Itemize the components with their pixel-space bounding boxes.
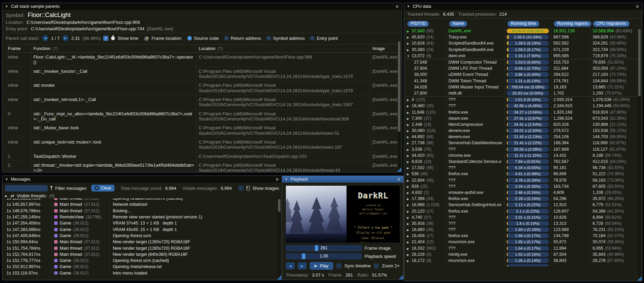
message-row[interactable]: 1s 152,764,817nsMain thread(37,812)New r… bbox=[2, 251, 277, 257]
cpu-process-row[interactable]: ▶37,840(55)DarkRL.exe33:30.8 (208.96%)16… bbox=[404, 28, 637, 34]
resize-grip[interactable] bbox=[399, 275, 403, 279]
close-icon[interactable]: ✕ bbox=[395, 4, 399, 9]
expand-icon[interactable]: ▶ bbox=[407, 172, 410, 176]
message-row[interactable]: 1s 150,994,64nsMain thread(37,812)New re… bbox=[2, 239, 277, 245]
scrollbar-thumb[interactable] bbox=[278, 199, 280, 212]
column-header-frame[interactable]: Frame bbox=[6, 45, 31, 53]
expand-icon[interactable]: ▶ bbox=[407, 234, 410, 238]
collapse-icon[interactable]: ▼ bbox=[285, 178, 288, 181]
callstack-frame-row[interactable]: inlinestd::_Mutex_base::lockC:\Program F… bbox=[6, 123, 402, 138]
cpu-process-row[interactable]: ▶8,628(18)StandardCollector.Service.e7.8… bbox=[404, 159, 637, 165]
expand-icon[interactable]: ▶ bbox=[407, 179, 410, 182]
column-header-running-time[interactable]: Running time bbox=[507, 21, 539, 27]
next-parent-button[interactable]: ▶ bbox=[62, 35, 68, 41]
expand-icon[interactable]: ▶ bbox=[407, 142, 410, 145]
expand-icon[interactable]: ▶ bbox=[407, 197, 410, 201]
expand-icon[interactable]: ▶ bbox=[407, 36, 410, 39]
message-row[interactable]: 1s 151,754,784nsMain thread(37,812)New r… bbox=[2, 245, 277, 251]
cpu-process-row[interactable]: ▶22,804(45)???3.78 s (0.39%)79,57858,163… bbox=[404, 177, 637, 183]
cpu-thread-row[interactable]: 34,028DWM Master Input Thread799.64 ms (… bbox=[404, 84, 637, 90]
show-images-checkbox[interactable] bbox=[239, 186, 244, 191]
callstack-frame-row[interactable]: 0std::_Func_impl_no_alloc<<lambda_5bc224… bbox=[6, 109, 402, 123]
collapse-icon[interactable]: ▼ bbox=[5, 178, 8, 181]
expand-icon[interactable]: ▶ bbox=[407, 148, 410, 151]
clear-filter-button[interactable]: ✕ Clear bbox=[91, 185, 114, 192]
scrollbar-thumb[interactable] bbox=[638, 29, 641, 96]
cpu-process-row[interactable] bbox=[404, 264, 637, 266]
message-row[interactable]: 1s 147,354,456nsGame(36,912)VRAM 37x45: … bbox=[2, 220, 277, 226]
cpu-process-row[interactable]: ▶4,632(2)vmware-authd.exe2.46 s (0.26%)4… bbox=[404, 189, 637, 196]
radio-symbol-address[interactable]: Symbol address bbox=[266, 36, 305, 41]
cpu-thread-row[interactable]: 41,348DWM Token Thread1.21 s (0.13%)174,… bbox=[404, 78, 637, 84]
cpu-process-row[interactable]: ▶16,332(982)???1.64 s (0.17%)12,8946,955… bbox=[404, 245, 637, 251]
expand-icon[interactable]: ▶ bbox=[407, 111, 410, 114]
radio-entry-point[interactable]: Entry point bbox=[310, 36, 338, 41]
zoom-2x-checkbox[interactable] bbox=[374, 263, 379, 268]
column-header-running-regions[interactable]: Running regions bbox=[554, 21, 592, 27]
scrollbar-thumb[interactable] bbox=[398, 41, 400, 132]
cpu-process-row[interactable]: ▶34,420(65)chrome.exe11.11 s (1.15%)14,4… bbox=[404, 152, 637, 159]
cpu-process-row[interactable]: ▶44,692(84)devenv.exe21.43 s (2.23%)254,… bbox=[404, 134, 637, 140]
expand-icon[interactable]: ▶ bbox=[407, 222, 410, 226]
close-icon[interactable]: ✕ bbox=[635, 4, 639, 9]
cpu-process-row[interactable]: ▶18,408(17)firefox.exe1.66 s (0.17%)134,… bbox=[404, 233, 637, 239]
cpu-process-row[interactable]: ▶16,880(46)???1.69 s (0.18%)123,98878,23… bbox=[404, 227, 637, 233]
expand-icon[interactable]: ▶ bbox=[407, 160, 410, 164]
cpu-process-row[interactable]: ▶35,916(36)???1.8 s (0.19%)13,3136,728(5… bbox=[404, 220, 637, 227]
playback-speed-slider[interactable]: 1.00 bbox=[286, 253, 362, 260]
collapse-icon[interactable]: ▼ bbox=[407, 54, 410, 58]
collapse-icon[interactable]: ▼ bbox=[407, 5, 410, 8]
radio-return-address[interactable]: Return address bbox=[224, 36, 261, 41]
filter-input[interactable] bbox=[5, 185, 48, 192]
expand-icon[interactable]: ▶ bbox=[407, 228, 410, 232]
prev-parent-button[interactable]: ◀ bbox=[42, 35, 48, 41]
close-icon[interactable]: ✕ bbox=[275, 177, 279, 182]
collapse-icon[interactable]: ▼ bbox=[5, 5, 8, 8]
callstack-frame-row[interactable]: inlinestd::_Invoker_functor::_CallC:\Pro… bbox=[6, 67, 402, 81]
messages-scrollbar[interactable] bbox=[278, 198, 281, 277]
expand-icon[interactable]: ▶ bbox=[407, 104, 410, 108]
expand-icon[interactable]: ▶ bbox=[5, 194, 8, 198]
step-back-button[interactable]: ◀ bbox=[286, 262, 295, 269]
callstack-frame-row[interactable]: 1TaskDispatch::WorkerC:\Users\wolf\Deskt… bbox=[6, 152, 402, 161]
message-row[interactable]: 1s 147,400,846nsGame(36,912)Opening /for… bbox=[2, 233, 277, 239]
expand-icon[interactable]: ▶ bbox=[407, 129, 410, 133]
resize-grip[interactable] bbox=[277, 275, 281, 280]
callstack-frame-row[interactable]: 2std::thread::_Invoke<std::tuple<<lambda… bbox=[6, 161, 402, 172]
expand-icon[interactable]: ▶ bbox=[407, 154, 410, 157]
message-row[interactable]: 1s 152,776,777nsGame(36,912)Opening /for… bbox=[2, 257, 277, 264]
cpu-process-row[interactable]: ▶7,300(37)steam.exe27.61 s (2.87%)1,286,… bbox=[404, 115, 637, 121]
expand-icon[interactable]: ▶ bbox=[407, 185, 410, 188]
cpu-process-row[interactable]: ▶3,536(75)???20.05 s (2.08%)187,689116,1… bbox=[404, 146, 637, 152]
expand-icon[interactable]: ▶ bbox=[407, 42, 410, 45]
callstack-frame-row[interactable]: inlinestd::unique_lock<std::mutex>::lock… bbox=[6, 137, 402, 152]
message-row[interactable]: 1s 152,912,997nsGame(36,912)Opening /met… bbox=[2, 264, 277, 270]
message-row[interactable]: 1s 146,576,766nsMain thread(37,812)Booti… bbox=[2, 208, 277, 214]
expand-icon[interactable]: ▶ bbox=[407, 30, 410, 33]
message-row[interactable]: 1s 145,557,997nsMain thread(37,812)Netwo… bbox=[2, 201, 277, 207]
cpu-process-row[interactable]: ▶4,740(37)???2.01 s (0.21%)10,6266,994(6… bbox=[404, 214, 637, 220]
cpu-process-row[interactable]: ▶17,396(43)firefox.exe2.28 s (0.24%)54,2… bbox=[404, 196, 637, 202]
cpu-thread-row[interactable]: 38,000uDWM Event Thread3.86 s (0.40%)294… bbox=[404, 71, 637, 78]
expand-icon[interactable]: ▶ bbox=[407, 166, 410, 170]
cpu-process-row[interactable]: ▶45,620(24)Tracy.exe1:39.5 (10.34%)887,5… bbox=[404, 34, 637, 40]
sync-timeline-checkbox[interactable] bbox=[336, 263, 341, 268]
cpu-process-row[interactable]: ▶22,404(12)msvsmon.exe1.65 s (0.17%)50,6… bbox=[404, 239, 637, 245]
column-header-pid-tid[interactable]: PID/TID bbox=[407, 21, 429, 27]
cpu-process-row[interactable]: ▶2,448(18)MemCompression24.41 s (2.54%)6… bbox=[404, 121, 637, 128]
callstack-frame-row[interactable]: inlinestd::invokeC:\Program Files (x86)\… bbox=[6, 81, 402, 95]
expand-icon[interactable]: ▶ bbox=[407, 123, 410, 127]
radio-source-code[interactable]: Source code bbox=[187, 36, 219, 41]
expand-icon[interactable]: ▶ bbox=[407, 240, 410, 244]
expand-icon[interactable]: ▶ bbox=[407, 98, 410, 102]
cpu-process-row[interactable]: ▶20,120(17)firefox.exe2.1 s (0.22%)128,6… bbox=[404, 208, 637, 214]
cpu-process-row[interactable]: ▶28,228(5)mintty.exe1.52 s (0.16%)87,504… bbox=[404, 251, 637, 257]
cpu-process-row[interactable]: ▼13,072(6)dwm.exe1:16.1 (7.90%)955,58571… bbox=[404, 53, 637, 59]
cpu-process-row[interactable]: ▶30,380(24)ScriptedSandbox64.exe1:28.2 (… bbox=[404, 47, 637, 53]
close-icon[interactable]: ✕ bbox=[397, 177, 401, 182]
expand-icon[interactable]: ▶ bbox=[407, 216, 410, 219]
column-header-location[interactable]: Location(?) bbox=[197, 45, 370, 53]
message-row[interactable]: 1s 147,383,566nsGame(36,912)VRAM 43x45: … bbox=[2, 226, 277, 232]
step-forward-button[interactable]: ▶ bbox=[298, 262, 307, 269]
cpu-process-row[interactable]: ▶10,816(64)ScriptedSandbox64.exe1:28.5 (… bbox=[404, 40, 637, 46]
